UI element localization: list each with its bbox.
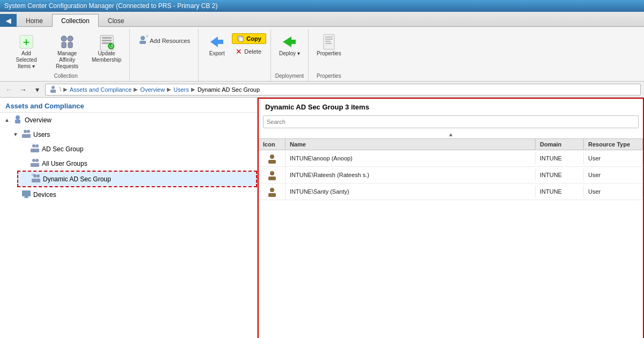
svg-rect-22 xyxy=(325,41,331,42)
svg-rect-17 xyxy=(239,37,243,41)
tree-item-devices[interactable]: Devices xyxy=(9,187,257,202)
row1-name: INTUNE\anoop (Anoop) xyxy=(286,152,536,164)
svg-point-3 xyxy=(68,36,73,41)
breadcrumb-assets[interactable]: Assets and Compliance xyxy=(70,86,132,93)
svg-rect-27 xyxy=(15,120,20,123)
left-panel-title: Assets and Compliance xyxy=(0,98,257,113)
svg-marker-18 xyxy=(283,36,296,47)
tree-icon-ad-sec xyxy=(30,143,40,155)
nav-dropdown[interactable]: ▾ xyxy=(31,84,43,95)
svg-text:↺: ↺ xyxy=(109,43,113,49)
svg-point-24 xyxy=(52,86,55,89)
deploy-button[interactable]: Deploy ▾ xyxy=(275,31,304,59)
tab-home[interactable]: Home xyxy=(17,14,52,27)
left-panel: Assets and Compliance ▲ Overview ▼ Users… xyxy=(0,98,258,338)
col-header-restype[interactable]: Resource Type xyxy=(584,139,643,150)
ribbon-tabs: ◀ Home Collection Close xyxy=(0,12,644,27)
breadcrumb-users[interactable]: Users xyxy=(173,86,189,93)
table-row[interactable]: INTUNE\anoop (Anoop) INTUNE User xyxy=(259,150,643,167)
manage-affinity-button[interactable]: Manage AffinityRequests xyxy=(47,31,87,72)
svg-rect-4 xyxy=(62,42,66,48)
col-header-name[interactable]: Name xyxy=(286,139,536,150)
breadcrumb-sep-3: ▶ xyxy=(167,86,171,92)
svg-point-26 xyxy=(16,115,20,120)
svg-rect-5 xyxy=(68,42,72,48)
breadcrumb-overview[interactable]: Overview xyxy=(140,86,165,93)
deploy-icon xyxy=(281,33,298,50)
tree-item-dynamic-ad-sec-group[interactable]: Dynamic AD Sec Group xyxy=(17,171,257,187)
svg-rect-7 xyxy=(102,37,112,39)
breadcrumb-current: Dynamic AD Sec Group xyxy=(197,86,260,93)
col-header-icon[interactable]: Icon xyxy=(259,139,286,150)
breadcrumb-sep-2: ▶ xyxy=(134,86,138,92)
copy-label: Copy xyxy=(246,35,261,42)
collection-group-label: Collection xyxy=(54,72,78,80)
svg-rect-21 xyxy=(325,39,333,40)
svg-point-51 xyxy=(270,171,274,175)
add-resources-icon: + xyxy=(138,35,148,47)
svg-rect-31 xyxy=(26,134,31,138)
properties-label: Properties xyxy=(317,50,341,57)
tree-icon-all-user-groups xyxy=(30,158,40,169)
tab-close[interactable]: Close xyxy=(99,14,134,27)
svg-rect-8 xyxy=(102,40,112,41)
tree-label-users: Users xyxy=(33,131,50,138)
row3-icon xyxy=(259,183,286,200)
tree-label-all-user-groups: All User Groups xyxy=(42,160,87,167)
svg-rect-46 xyxy=(22,190,31,196)
svg-rect-25 xyxy=(50,90,56,93)
svg-rect-48 xyxy=(24,197,29,198)
nav-bar: ← → ▾ \ ▶ Assets and Compliance ▶ Overvi… xyxy=(0,82,644,98)
tree-icon-dynamic-ad xyxy=(31,173,41,185)
forward-button[interactable]: → xyxy=(17,84,29,95)
tree-label-dynamic-ad-sec-group: Dynamic AD Sec Group xyxy=(43,175,111,183)
export-label: Export xyxy=(209,50,225,57)
svg-rect-44 xyxy=(32,174,33,175)
add-selected-button[interactable]: + AddSelected Items ▾ xyxy=(6,31,46,72)
update-membership-button[interactable]: ↺ UpdateMembership xyxy=(88,31,125,65)
breadcrumb-sep-4: ▶ xyxy=(191,86,195,92)
row1-domain: INTUNE xyxy=(536,152,584,164)
tree-item-ad-sec-group[interactable]: AD Sec Group xyxy=(17,142,257,156)
collection-group-items: + AddSelected Items ▾ xyxy=(6,31,125,72)
row2-domain: INTUNE xyxy=(536,169,584,181)
svg-rect-54 xyxy=(268,193,276,197)
svg-text:+: + xyxy=(23,35,30,49)
tree-item-all-user-groups[interactable]: All User Groups xyxy=(17,156,257,171)
export-ribbon-group: Export Copy ✕ Delete xyxy=(199,29,271,81)
tree-item-users[interactable]: ▼ Users xyxy=(9,127,257,142)
export-group-items: Export Copy ✕ Delete xyxy=(203,31,266,78)
svg-rect-34 xyxy=(31,149,35,152)
manage-affinity-label: Manage AffinityRequests xyxy=(51,50,83,70)
add-selected-label: AddSelected Items ▾ xyxy=(10,50,42,70)
row1-icon xyxy=(259,150,286,166)
right-panel-title: Dynamic AD Sec Group 3 items xyxy=(259,99,643,113)
search-bar[interactable] xyxy=(263,115,639,128)
tree-icon-users xyxy=(21,129,31,140)
properties-button[interactable]: Properties xyxy=(313,31,345,59)
svg-rect-47 xyxy=(25,196,28,197)
svg-rect-38 xyxy=(31,163,35,167)
svg-rect-52 xyxy=(268,177,276,180)
breadcrumb: \ ▶ Assets and Compliance ▶ Overview ▶ U… xyxy=(45,84,641,95)
table-row[interactable]: INTUNE\Santy (Santy) INTUNE User xyxy=(259,183,643,200)
properties-group-label: Properties xyxy=(317,72,341,80)
deployment-group-label: Deployment xyxy=(275,72,304,80)
tree-expand-users: ▼ xyxy=(13,131,19,137)
delete-button[interactable]: ✕ Delete xyxy=(232,46,266,57)
properties-ribbon-group: Properties Properties xyxy=(309,29,349,81)
search-input[interactable] xyxy=(267,119,635,125)
svg-point-28 xyxy=(24,130,27,133)
table-row[interactable]: INTUNE\Rateesh (Rateesh s.) INTUNE User xyxy=(259,167,643,183)
back-button[interactable]: ← xyxy=(3,84,15,95)
col-header-domain[interactable]: Domain xyxy=(536,139,584,150)
add-resources-button[interactable]: + Add Resources xyxy=(134,33,194,48)
delete-icon: ✕ xyxy=(236,47,242,56)
export-button[interactable]: Export xyxy=(203,31,231,59)
tree-item-overview[interactable]: ▲ Overview xyxy=(0,113,257,127)
tab-collection[interactable]: Collection xyxy=(52,14,99,27)
tab-home-arrow[interactable]: ◀ xyxy=(0,14,17,27)
copy-button[interactable]: Copy xyxy=(232,33,266,44)
update-membership-icon: ↺ xyxy=(98,33,115,50)
title-bar: System Center Configuration Manager (Con… xyxy=(0,0,644,12)
